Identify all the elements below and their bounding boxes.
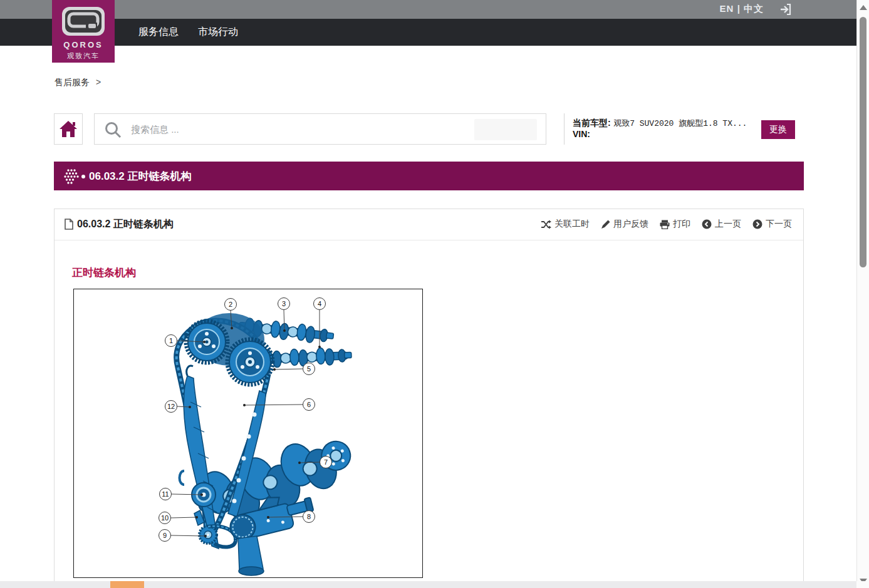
horizontal-scrollbar[interactable]: [0, 581, 856, 588]
callout-5: 5: [303, 363, 315, 375]
callout-12: 12: [165, 400, 177, 413]
vehicle-model-line: 当前车型: 观致7 SUV2020 旗舰型1.8 TX...: [573, 117, 747, 129]
callout-3: 3: [278, 297, 290, 310]
user-feedback-button[interactable]: 用户反馈: [601, 219, 648, 230]
scrollbar-corner: [856, 581, 869, 588]
brand-name-zh: 观致汽车: [52, 51, 115, 61]
section-title-bar: 06.03.2 正时链条机构: [54, 162, 804, 190]
language-switch: EN | 中文: [720, 3, 764, 15]
arrow-left-circle-icon: [702, 219, 712, 229]
timing-chain-figure: 1 2 3 4 5 6 7 8 9 10 11 12: [73, 289, 423, 578]
timing-chain-diagram: [74, 289, 422, 577]
crank-sprocket: [194, 510, 236, 547]
page: EN | 中文 服务信息 市场行动 QOROS 观致汽车 售后服务 >: [0, 0, 869, 588]
search-icon: [104, 121, 122, 138]
nav-item-market-action[interactable]: 市场行动: [198, 26, 238, 39]
vertical-scrollbar-thumb[interactable]: [860, 17, 866, 267]
shuffle-icon: [541, 220, 551, 229]
search-submit-button[interactable]: [474, 119, 537, 140]
main-nav: 服务信息 市场行动: [0, 19, 856, 46]
callout-7: 7: [320, 456, 332, 468]
article-header: 06.03.2 正时链条机构 关联工时 用户反馈: [55, 209, 803, 240]
brand-name: QOROS: [52, 40, 115, 49]
breadcrumb-root-link[interactable]: 售后服务: [55, 77, 90, 87]
vehicle-model-label: 当前车型:: [573, 118, 611, 128]
horizontal-scrollbar-thumb[interactable]: [110, 581, 144, 588]
callout-2: 2: [224, 298, 237, 311]
pencil-icon: [601, 220, 610, 229]
breadcrumb-separator: >: [96, 77, 101, 87]
related-labor-button[interactable]: 关联工时: [541, 219, 590, 230]
scroll-up-arrow-icon[interactable]: [860, 5, 867, 10]
home-icon: [59, 120, 78, 138]
next-page-button[interactable]: 下一页: [752, 219, 792, 230]
lang-zh-link[interactable]: 中文: [744, 3, 764, 14]
qoros-emblem-icon: [61, 6, 106, 37]
search-bar: [94, 113, 546, 145]
printer-icon: [660, 220, 670, 229]
callout-6: 6: [303, 398, 315, 411]
dotted-bullet-icon: [63, 168, 88, 185]
callout-11: 11: [159, 488, 172, 500]
article-toolbar: 关联工时 用户反馈 打印: [541, 219, 792, 230]
section-title: 06.03.2 正时链条机构: [89, 169, 191, 183]
vehicle-model-value: 观致7 SUV2020 旗舰型1.8 TX...: [613, 119, 747, 128]
article-card: 06.03.2 正时链条机构 关联工时 用户反馈: [54, 209, 804, 588]
change-vehicle-button[interactable]: 更换: [761, 120, 795, 139]
vehicle-vin-line: VIN:: [573, 128, 590, 140]
content-heading: 正时链条机构: [72, 266, 136, 280]
current-vehicle-panel: 当前车型: 观致7 SUV2020 旗舰型1.8 TX... VIN: 更换: [564, 113, 804, 145]
search-input[interactable]: [131, 115, 482, 143]
lang-en-link[interactable]: EN: [720, 3, 734, 14]
article-title: 06.03.2 正时链条机构: [65, 218, 174, 231]
prev-page-button[interactable]: 上一页: [702, 219, 741, 230]
callout-8: 8: [303, 510, 315, 523]
vehicle-vin-label: VIN:: [573, 129, 590, 139]
home-button[interactable]: [54, 113, 83, 145]
oil-pump-pipe: [238, 536, 264, 575]
vertical-scrollbar[interactable]: [856, 0, 869, 588]
brand-logo[interactable]: QOROS 观致汽车: [52, 0, 115, 63]
exhaust-cam-sprocket: [227, 339, 273, 384]
topbar: EN | 中文: [0, 0, 856, 19]
callout-9: 9: [159, 529, 171, 542]
callout-10: 10: [159, 512, 171, 524]
breadcrumb: 售后服务 >: [55, 77, 101, 88]
callout-1: 1: [165, 334, 177, 347]
login-icon[interactable]: [779, 3, 793, 16]
nav-item-service-info[interactable]: 服务信息: [138, 26, 179, 39]
arrow-right-circle-icon: [752, 219, 762, 229]
print-button[interactable]: 打印: [660, 219, 690, 230]
lang-separator: |: [737, 3, 741, 14]
callout-4: 4: [313, 297, 326, 310]
